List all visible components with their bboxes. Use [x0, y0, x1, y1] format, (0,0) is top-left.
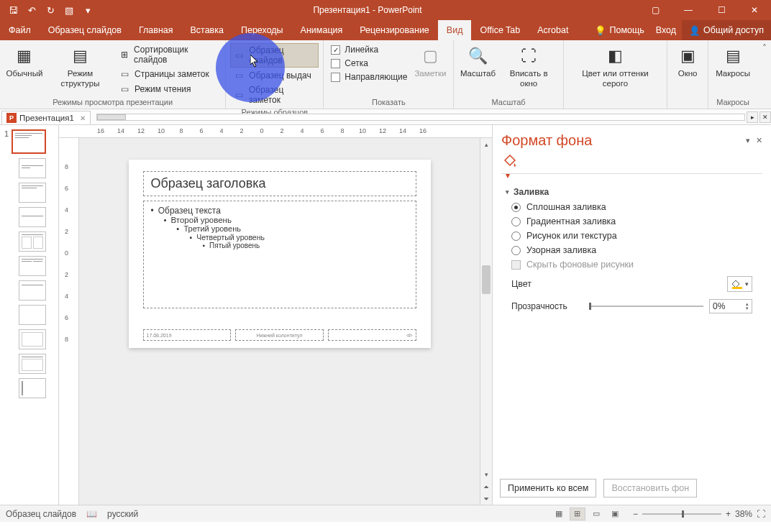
hscroll-right[interactable]: ▸: [747, 111, 758, 123]
minimize-button[interactable]: —: [672, 0, 705, 20]
tab-view[interactable]: Вид: [438, 20, 472, 40]
scroll-up-button[interactable]: ▴: [480, 138, 492, 150]
slide-thumbnails-pane[interactable]: 1: [0, 125, 59, 505]
layout-thumbnail[interactable]: [19, 256, 46, 276]
slideshow-view-switch[interactable]: ▣: [607, 508, 623, 520]
apply-to-all-button[interactable]: Применить ко всем: [500, 479, 596, 497]
hscroll-thumb[interactable]: [97, 114, 126, 120]
reading-view-button[interactable]: ▭Режим чтения: [116, 82, 221, 96]
normal-view-switch[interactable]: ▦: [551, 508, 567, 520]
transparency-slider[interactable]: [589, 306, 703, 307]
macros-button[interactable]: ▤ Макросы: [713, 43, 753, 81]
layout-thumbnail[interactable]: [19, 329, 46, 349]
share-button[interactable]: 👤 Общий доступ: [682, 20, 771, 40]
collapse-ribbon-button[interactable]: ˄: [757, 40, 771, 109]
window-button[interactable]: ▣ Окно: [672, 43, 703, 81]
layout-thumbnail[interactable]: [19, 378, 46, 398]
ruler-tick: 4: [219, 127, 223, 134]
vertical-scrollbar[interactable]: ▴ ▾ ⏶ ⏷: [480, 138, 492, 505]
close-button[interactable]: ✕: [738, 0, 771, 20]
scroll-thumb[interactable]: [482, 265, 491, 294]
tab-review[interactable]: Рецензирование: [351, 20, 438, 40]
close-tab-icon[interactable]: ✕: [80, 114, 86, 122]
tab-slide-master[interactable]: Образец слайдов: [40, 20, 130, 40]
fill-solid-radio[interactable]: Сплошная заливка: [506, 200, 758, 214]
slide-viewport[interactable]: Образец заголовка Образец текста Второй …: [79, 138, 480, 505]
slide-master[interactable]: Образец заголовка Образец текста Второй …: [129, 160, 431, 348]
scroll-track[interactable]: [480, 150, 492, 468]
zoom-button[interactable]: 🔍 Масштаб: [458, 43, 497, 81]
start-slideshow-button[interactable]: ▧: [60, 1, 78, 19]
tab-transitions[interactable]: Переходы: [232, 20, 292, 40]
color-picker-button[interactable]: ▾: [727, 276, 752, 292]
normal-view-button[interactable]: ▦ Обычный: [4, 43, 45, 81]
zoom-in-button[interactable]: +: [726, 509, 731, 519]
document-tab[interactable]: P Презентация1 ✕: [1, 111, 91, 124]
fill-gradient-radio[interactable]: Градиентная заливка: [506, 214, 758, 229]
date-placeholder[interactable]: 17.08.2019: [143, 329, 232, 341]
fill-picture-radio[interactable]: Рисунок или текстура: [506, 229, 758, 243]
spellcheck-icon[interactable]: 📖: [86, 509, 97, 519]
footer-placeholder[interactable]: Нижний колонтитул: [235, 329, 324, 341]
fit-window-button[interactable]: ⛶ Вписать в окно: [499, 43, 559, 91]
macros-label: Макросы: [716, 69, 750, 79]
notes-master-button[interactable]: ▭Образец заметок: [230, 83, 319, 106]
qat-more-button[interactable]: ▾: [79, 1, 96, 19]
status-language[interactable]: русский: [107, 509, 138, 519]
layout-thumbnail[interactable]: [19, 280, 46, 301]
tab-insert[interactable]: Вставка: [182, 20, 232, 40]
reading-view-switch[interactable]: ▭: [588, 508, 604, 520]
signin-button[interactable]: Вход: [650, 20, 682, 40]
hscroll-close[interactable]: ✕: [759, 111, 771, 123]
title-placeholder[interactable]: Образец заголовка: [143, 171, 416, 196]
slide-number-placeholder[interactable]: ‹#›: [328, 329, 416, 341]
master-slide-thumbnail[interactable]: [12, 129, 46, 154]
redo-button[interactable]: ↻: [42, 1, 59, 19]
undo-button[interactable]: ↶: [23, 1, 40, 19]
prev-slide-button[interactable]: ⏶: [480, 480, 492, 492]
layout-thumbnail[interactable]: [19, 305, 46, 325]
fill-bucket-icon[interactable]: [503, 153, 519, 169]
maximize-button[interactable]: ☐: [705, 0, 738, 20]
zoom-out-button[interactable]: −: [633, 509, 638, 519]
tab-file[interactable]: Файл: [0, 20, 40, 40]
notes-page-button[interactable]: ▭Страницы заметок: [116, 67, 221, 81]
zoom-value[interactable]: 38%: [735, 509, 752, 519]
fill-pattern-radio[interactable]: Узорная заливка: [506, 243, 758, 257]
tab-animation[interactable]: Анимация: [292, 20, 352, 40]
save-button[interactable]: 🖫: [4, 1, 22, 19]
layout-thumbnail[interactable]: [19, 207, 46, 227]
grid-checkbox[interactable]: Сетка: [328, 57, 410, 70]
ribbon-display-button[interactable]: ▢: [639, 0, 672, 20]
horizontal-minibar: ▸ ✕: [96, 109, 771, 124]
outline-view-button[interactable]: ▤ Режим структуры: [46, 43, 114, 91]
ruler-checkbox[interactable]: ✓Линейка: [328, 43, 410, 56]
sorter-view-switch[interactable]: ⊞: [570, 508, 585, 520]
spin-down-icon[interactable]: ▾: [746, 306, 749, 311]
tab-acrobat[interactable]: Acrobat: [529, 20, 577, 40]
panel-close-button[interactable]: ✕: [756, 136, 762, 145]
layout-thumbnail[interactable]: [19, 183, 46, 203]
fit-to-window-button[interactable]: ⛶: [757, 509, 765, 519]
slide-sorter-button[interactable]: ⊞Сортировщик слайдов: [116, 43, 221, 66]
layout-thumbnail[interactable]: [19, 354, 46, 374]
panel-options-button[interactable]: ▾: [746, 136, 750, 145]
scroll-down-button[interactable]: ▾: [480, 468, 492, 480]
help-button[interactable]: 💡 Помощь: [589, 20, 649, 40]
layout-thumbnail[interactable]: [19, 231, 46, 252]
layout-thumbnail[interactable]: [19, 158, 46, 178]
body-placeholder[interactable]: Образец текста Второй уровень Третий уро…: [143, 201, 416, 308]
guides-checkbox[interactable]: Направляющие: [328, 70, 410, 83]
fill-section-header[interactable]: Заливка: [506, 184, 758, 200]
zoom-slider[interactable]: [642, 513, 721, 515]
tab-home[interactable]: Главная: [130, 20, 182, 40]
next-slide-button[interactable]: ⏷: [480, 492, 492, 505]
slide-master-button[interactable]: ▭Образец слайдов: [230, 43, 319, 68]
color-grayscale-button[interactable]: ◧ Цвет или оттенки серого: [568, 43, 662, 91]
transparency-spinbox[interactable]: 0% ▴▾: [709, 299, 752, 313]
checkbox-icon: [331, 59, 340, 68]
hscroll-track[interactable]: [96, 114, 745, 121]
handout-master-button[interactable]: ▭Образец выдач: [230, 68, 319, 83]
fit-icon: ⛶: [517, 45, 540, 68]
tab-office-tab[interactable]: Office Tab: [471, 20, 529, 40]
